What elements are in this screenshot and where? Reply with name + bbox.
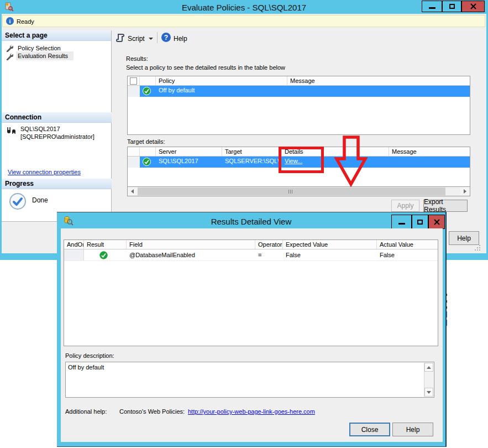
additional-help-name: Contoso's Web Policies: bbox=[119, 408, 185, 415]
select-a-page-header: Select a page bbox=[2, 30, 111, 41]
help-icon: ? bbox=[161, 33, 171, 42]
results-row[interactable]: Off by default bbox=[128, 86, 470, 97]
progress-status: Done bbox=[32, 196, 48, 204]
result-column-header[interactable]: Result bbox=[84, 240, 127, 249]
connection-header: Connection bbox=[2, 112, 112, 123]
results-table-header: Policy Message bbox=[128, 76, 470, 86]
close-button[interactable] bbox=[428, 215, 445, 229]
vertical-scrollbar[interactable] bbox=[424, 363, 433, 397]
connection-user: [SQLREPRO\administrator] bbox=[20, 133, 95, 140]
scroll-left-button[interactable] bbox=[128, 187, 137, 196]
result-icon-column bbox=[140, 147, 156, 156]
window-title: Evaluate Policies - SQL\SQL2017 bbox=[0, 3, 488, 12]
policy-description-label: Policy description: bbox=[65, 352, 114, 360]
server-cell: SQL\SQL2017 bbox=[156, 157, 222, 168]
status-text: Ready bbox=[17, 18, 34, 25]
detail-table-row[interactable]: @DatabaseMailEnabled = False False bbox=[64, 249, 438, 261]
sidebar: Select a page Policy Selection Evaluatio… bbox=[2, 30, 112, 222]
field-column-header[interactable]: Field bbox=[127, 240, 255, 249]
results-label: Results: bbox=[126, 55, 148, 62]
view-connection-properties-link[interactable]: View connection properties bbox=[8, 169, 81, 175]
script-icon bbox=[116, 33, 125, 43]
sidebar-item-policy-selection[interactable]: Policy Selection bbox=[18, 45, 61, 51]
success-check-icon bbox=[143, 158, 151, 166]
horizontal-scrollbar[interactable] bbox=[128, 186, 470, 196]
result-icon-column bbox=[140, 76, 156, 85]
expected-value-column-header[interactable]: Expected Value bbox=[283, 240, 377, 249]
info-icon: i bbox=[6, 17, 14, 25]
maximize-button[interactable] bbox=[412, 215, 428, 229]
done-icon bbox=[9, 192, 27, 210]
sidebar-item-evaluation-results[interactable]: Evaluation Results bbox=[18, 53, 68, 59]
progress-header: Progress bbox=[2, 179, 112, 189]
resize-grip[interactable] bbox=[473, 243, 481, 252]
andor-cell bbox=[64, 249, 84, 261]
row-selector-cell[interactable] bbox=[128, 157, 140, 168]
script-button[interactable]: Script bbox=[128, 35, 145, 43]
close-button[interactable] bbox=[461, 1, 485, 12]
scroll-right-button[interactable] bbox=[460, 187, 470, 196]
toolbar-help-button[interactable]: Help bbox=[174, 35, 187, 43]
scroll-down-button[interactable] bbox=[424, 388, 433, 397]
wrench-icon bbox=[6, 44, 13, 52]
target-details-label: Target details: bbox=[127, 138, 165, 145]
maximize-button[interactable] bbox=[442, 1, 461, 12]
message-cell bbox=[389, 157, 470, 168]
policy-description-text: Off by default bbox=[68, 364, 104, 371]
results-detailed-view-window: Results Detailed View AndOr Result Field… bbox=[57, 212, 447, 447]
close-icon bbox=[470, 3, 476, 9]
message-column-header[interactable]: Message bbox=[287, 76, 470, 85]
chevron-down-icon[interactable] bbox=[149, 38, 153, 40]
policy-column-header[interactable]: Policy bbox=[156, 76, 287, 85]
toolbar-separator bbox=[157, 32, 158, 43]
andor-column-header[interactable]: AndOr bbox=[64, 240, 84, 249]
detail-results-table: AndOr Result Field Operator Expected Val… bbox=[64, 239, 438, 346]
server-column-header[interactable]: Server bbox=[156, 147, 222, 156]
select-all-checkbox[interactable] bbox=[130, 77, 137, 85]
scroll-up-button[interactable] bbox=[424, 363, 433, 372]
operator-cell: = bbox=[255, 249, 283, 261]
operator-column-header[interactable]: Operator bbox=[255, 240, 283, 249]
field-cell: @DatabaseMailEnabled bbox=[127, 249, 255, 261]
selector-column bbox=[128, 147, 140, 156]
minimize-icon bbox=[429, 7, 435, 9]
results-hint: Select a policy to see the detailed resu… bbox=[126, 64, 285, 71]
results-table: Policy Message Off by default bbox=[127, 76, 470, 135]
detail-table-header: AndOr Result Field Operator Expected Val… bbox=[64, 240, 438, 249]
status-bar: i Ready bbox=[2, 15, 485, 27]
policy-description-box[interactable]: Off by default bbox=[65, 362, 434, 398]
close-icon bbox=[434, 219, 440, 225]
additional-help-label: Additional help: bbox=[65, 408, 107, 415]
wrench-icon bbox=[6, 53, 13, 60]
success-check-icon bbox=[99, 251, 108, 259]
actual-value-column-header[interactable]: Actual Value bbox=[377, 240, 438, 249]
minimize-icon bbox=[398, 223, 405, 225]
minimize-button[interactable] bbox=[391, 215, 412, 229]
apply-button[interactable]: Apply bbox=[391, 200, 419, 212]
expected-value-cell: False bbox=[283, 249, 377, 261]
detail-dialog-body: AndOr Result Field Operator Expected Val… bbox=[61, 228, 443, 442]
connection-server: SQL\SQL2017 bbox=[20, 126, 60, 133]
detail-window-title: Results Detailed View bbox=[57, 217, 445, 226]
row-selector-cell[interactable] bbox=[128, 86, 140, 97]
message-cell bbox=[287, 86, 470, 97]
target-column-header[interactable]: Target bbox=[222, 147, 282, 156]
detail-help-button[interactable]: Help bbox=[392, 423, 433, 436]
message-column-header[interactable]: Message bbox=[389, 147, 470, 156]
maximize-icon bbox=[449, 4, 455, 9]
success-check-icon bbox=[143, 87, 151, 95]
actual-value-cell: False bbox=[377, 249, 438, 261]
close-dialog-button[interactable]: Close bbox=[349, 423, 390, 436]
policy-cell: Off by default bbox=[156, 86, 287, 97]
target-cell: SQLSERVER:\SQL\... bbox=[222, 157, 282, 168]
maximize-icon bbox=[417, 220, 423, 225]
scrollbar-thumb[interactable] bbox=[138, 187, 445, 195]
connection-icon bbox=[6, 126, 17, 136]
export-results-button[interactable]: Export Results bbox=[423, 200, 468, 212]
annotation-arrow-down bbox=[333, 134, 369, 189]
minimize-button[interactable] bbox=[422, 1, 442, 12]
policy-web-link[interactable]: http://your-policy-web-page-link-goes-he… bbox=[188, 408, 315, 415]
annotation-rectangle bbox=[279, 147, 324, 173]
